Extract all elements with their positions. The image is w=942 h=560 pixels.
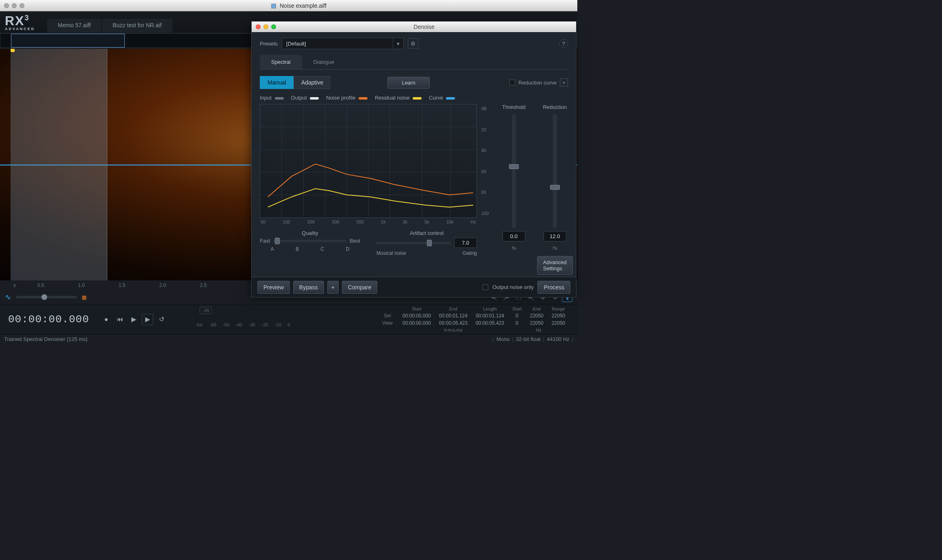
- db-tick: -20: [262, 322, 268, 327]
- denoise-dialog: Denoise Presets [Default] ▾ ⚙ ? Spectral…: [251, 21, 577, 297]
- time-axis-unit: s: [9, 282, 20, 288]
- view-length[interactable]: 00:00:05.423: [472, 319, 508, 327]
- chevron-down-icon[interactable]: ▾: [393, 38, 403, 49]
- preset-value: [Default]: [286, 41, 306, 47]
- mode-manual-button[interactable]: Manual: [260, 76, 294, 89]
- process-button[interactable]: Process: [537, 281, 570, 294]
- minimize-icon[interactable]: [12, 3, 17, 8]
- tab-spectral[interactable]: Spectral: [260, 55, 302, 69]
- reduction-value[interactable]: 12.0: [544, 231, 566, 241]
- db-tick: -30: [249, 322, 255, 327]
- help-icon[interactable]: ?: [559, 39, 568, 48]
- outer-titlebar[interactable]: Noise example.aiff: [0, 0, 577, 11]
- mode-row: Manual Adaptive Learn Reduction curve +: [260, 76, 568, 89]
- artifact-slider[interactable]: [376, 242, 451, 244]
- view-freq-range[interactable]: 22050: [548, 319, 569, 327]
- sel-start[interactable]: 00:00:00.000: [398, 312, 435, 319]
- level-meter-scale: -Inf. -60 -50 -40 -30 -20 -10 0: [196, 322, 290, 327]
- peak-meter-readout: -39: [200, 307, 212, 314]
- threshold-slider[interactable]: [512, 114, 516, 228]
- view-blend-slider[interactable]: [16, 296, 77, 298]
- denoise-window-title: Denoise: [276, 24, 572, 30]
- close-icon[interactable]: [4, 3, 9, 8]
- col-header: Start: [398, 306, 435, 312]
- reduction-label: Reduction: [543, 104, 567, 110]
- sel-freq-range[interactable]: 22050: [548, 312, 569, 319]
- legend-residual: Residual noise: [375, 95, 422, 101]
- advanced-settings-button[interactable]: Advanced Settings: [537, 256, 573, 275]
- transport-bar: 00:00:00.000 ● ⏮ ▶ ▶ ↺ -39 -Inf. -60 -50…: [0, 304, 577, 334]
- threshold-label: Threshold: [502, 104, 526, 110]
- quality-slider[interactable]: [273, 240, 346, 242]
- spectrogram-selection[interactable]: [11, 49, 107, 280]
- view-freq-end[interactable]: 22050: [526, 319, 547, 327]
- reduction-curve-checkbox[interactable]: [509, 80, 515, 85]
- sel-freq-start[interactable]: 0: [508, 312, 526, 319]
- close-icon[interactable]: [256, 24, 261, 29]
- db-tick: -10: [275, 322, 281, 327]
- spectrum-graph[interactable]: dB 20 40 60 80 100: [260, 104, 477, 218]
- presets-label: Presets: [260, 41, 278, 47]
- db-tick: -40: [236, 322, 242, 327]
- mode-adaptive-button[interactable]: Adaptive: [294, 76, 331, 89]
- legend-output: Output: [291, 95, 319, 101]
- swatch-icon: [446, 97, 455, 100]
- artifact-value[interactable]: 7.0: [454, 238, 477, 248]
- zoom-icon[interactable]: [271, 24, 276, 29]
- sel-end[interactable]: 00:00:01.124: [435, 312, 472, 319]
- x-tick: 200: [307, 219, 315, 224]
- threshold-value[interactable]: 0.0: [503, 231, 525, 241]
- db-tick: -50: [223, 322, 229, 327]
- file-tabs: Memo 57.aiff Buzz test for NR.aif: [47, 11, 172, 33]
- loop-icon[interactable]: ↺: [156, 314, 167, 325]
- play-selection-icon[interactable]: ▶: [142, 314, 153, 325]
- spectrogram-view-icon[interactable]: ▦: [82, 294, 87, 300]
- traffic-lights-outer: [4, 3, 24, 8]
- logo-edition: ADVANCED: [5, 27, 35, 31]
- view-start[interactable]: 00:00:00.000: [398, 319, 435, 327]
- play-icon[interactable]: ▶: [128, 314, 139, 325]
- view-freq-start[interactable]: 0: [508, 319, 526, 327]
- x-tick: Hz: [470, 219, 476, 224]
- db-tick: -60: [210, 322, 216, 327]
- tab-dialogue[interactable]: Dialogue: [302, 55, 346, 69]
- minimize-icon[interactable]: [263, 24, 268, 29]
- rewind-icon[interactable]: ⏮: [114, 314, 126, 325]
- learn-button[interactable]: Learn: [387, 77, 429, 89]
- sel-freq-end[interactable]: 22050: [526, 312, 547, 319]
- compare-button[interactable]: Compare: [342, 281, 378, 294]
- legend-curve: Curve: [429, 95, 455, 101]
- link-icon[interactable]: ⇆: [511, 245, 516, 251]
- col-header: Length: [472, 306, 508, 312]
- file-tab[interactable]: Buzz test for NR.aif: [102, 19, 172, 33]
- artifact-left-label: Musical noise: [376, 250, 406, 256]
- y-tick: dB: [481, 106, 489, 111]
- view-end[interactable]: 00:00:05.423: [435, 319, 472, 327]
- output-noise-only-checkbox[interactable]: [483, 284, 488, 290]
- overview-selection[interactable]: [11, 34, 125, 48]
- record-icon[interactable]: ●: [100, 314, 112, 325]
- file-tab[interactable]: Memo 57.aiff: [47, 19, 101, 33]
- row-label-view: View: [378, 319, 398, 327]
- artifact-label: Artifact control: [376, 230, 477, 236]
- playhead-icon[interactable]: [11, 49, 15, 52]
- db-tick: 0: [288, 322, 290, 327]
- denoise-titlebar[interactable]: Denoise: [252, 22, 576, 32]
- quality-best-label: Best: [350, 238, 360, 244]
- waveform-view-icon[interactable]: ∿: [5, 293, 11, 302]
- link-icon[interactable]: ⇆: [553, 245, 557, 251]
- time-tick: 1.5: [102, 282, 142, 288]
- zoom-icon[interactable]: [20, 3, 24, 8]
- unit-freq: Hz: [508, 327, 569, 333]
- add-curve-button[interactable]: +: [560, 78, 568, 87]
- sel-length[interactable]: 00:00:01.124: [472, 312, 508, 319]
- gear-icon[interactable]: ⚙: [408, 38, 418, 49]
- bypass-add-button[interactable]: +: [327, 281, 339, 294]
- preset-select[interactable]: [Default] ▾: [282, 38, 404, 49]
- reduction-slider[interactable]: [553, 114, 557, 228]
- preview-button[interactable]: Preview: [257, 281, 290, 294]
- bypass-button[interactable]: Bypass: [293, 281, 324, 294]
- swatch-icon: [275, 97, 284, 100]
- quality-letter: A: [271, 246, 274, 252]
- quality-letter: D: [346, 246, 350, 252]
